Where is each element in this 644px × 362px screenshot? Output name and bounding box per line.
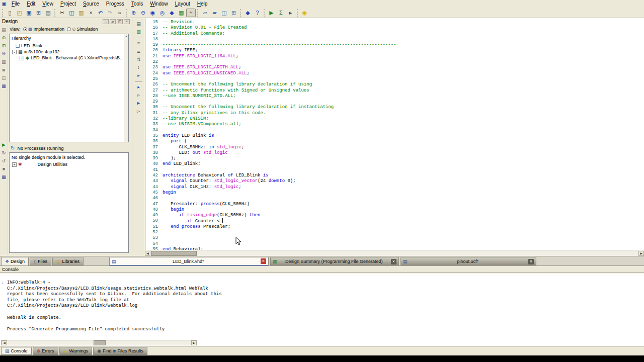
zoom-out-icon[interactable]: ⊖ — [138, 9, 148, 17]
lightbulb-icon[interactable]: ◉ — [300, 9, 309, 17]
scroll-right-icon[interactable]: ▶ — [638, 251, 644, 256]
copy-icon[interactable]: ◫ — [67, 9, 76, 17]
refresh-processes-icon[interactable]: ↻ — [11, 145, 15, 151]
save-icon[interactable]: ▣ — [24, 9, 34, 17]
pan-tool-icon[interactable]: + — [186, 9, 196, 17]
hierarchy-scrollbar[interactable]: ▲ — [124, 34, 128, 142]
scrollbar-thumb[interactable] — [94, 340, 106, 345]
radio-implementation[interactable] — [23, 27, 27, 31]
sort-grouped-icon[interactable]: ≣ — [135, 48, 142, 55]
toolbar-overflow-icon[interactable]: » — [115, 9, 124, 17]
cascade-windows-icon[interactable]: ▰ — [210, 9, 219, 17]
run-icon[interactable]: ▶ — [267, 9, 276, 17]
tree-item[interactable]: ❑LED_Blink — [10, 43, 128, 49]
add-copy-of-source-icon[interactable]: ⊞ — [1, 42, 8, 49]
dock-close-icon[interactable]: × — [124, 19, 130, 24]
close-tab-icon[interactable]: × — [528, 259, 534, 264]
radio-simulation[interactable] — [67, 27, 71, 31]
menu-project[interactable]: Project — [57, 1, 79, 7]
dock-undock-icon[interactable]: ↔ — [103, 19, 109, 24]
redo-icon[interactable]: ↷ — [105, 9, 115, 17]
tab-libraries[interactable]: ◫Libraries — [52, 257, 84, 266]
sort-list-icon[interactable]: ≡ — [135, 40, 142, 47]
goto-symbol-icon[interactable]: ▹ — [135, 92, 142, 99]
tab-errors[interactable]: ⊗Errors — [33, 347, 58, 355]
tree-item[interactable]: -▦xc3s100e-4cp132 — [10, 49, 128, 55]
save-all-icon[interactable]: ⊞ — [34, 9, 43, 17]
expand-collapse-icon[interactable]: ↕ — [135, 64, 142, 71]
tab-console[interactable]: ▤Console — [1, 347, 32, 355]
print-icon[interactable]: ▤ — [43, 9, 53, 17]
design-report-icon[interactable]: ▦ — [177, 9, 186, 17]
settings-wrench-icon[interactable]: ◆ — [167, 9, 177, 17]
tree-expander-icon[interactable]: + — [20, 56, 24, 60]
close-tab-icon[interactable]: × — [261, 258, 266, 264]
tab-design[interactable]: ❖Design — [1, 257, 29, 266]
dock-float-icon[interactable]: ▱ — [110, 19, 116, 24]
tile-horizontal-icon[interactable]: ◫ — [219, 9, 229, 17]
library-view-icon[interactable]: ◫ — [1, 74, 8, 81]
menu-tools[interactable]: Tools — [128, 1, 146, 7]
menu-process[interactable]: Process — [103, 1, 128, 7]
hierarchy-box[interactable]: Hierarchy ❑LED_Blink-▦xc3s100e-4cp132+◆L… — [9, 34, 129, 142]
scroll-right-icon[interactable]: ▶ — [191, 340, 197, 345]
process-properties-icon[interactable]: ▩ — [1, 173, 8, 180]
menu-window[interactable]: Window — [146, 1, 172, 7]
edit-item-icon[interactable]: ▸ — [135, 72, 142, 79]
menu-help[interactable]: Help — [194, 1, 211, 7]
tab-files[interactable]: ▯Files — [30, 257, 51, 266]
menu-view[interactable]: View — [39, 1, 57, 7]
close-tab-icon[interactable]: × — [391, 259, 396, 264]
snapshot-icon[interactable]: ◙ — [1, 66, 8, 73]
menu-source[interactable]: Source — [79, 1, 103, 7]
rerun-all-icon[interactable]: ↺ — [1, 157, 8, 164]
paste-icon[interactable]: ▥ — [76, 9, 86, 17]
delete-icon[interactable]: × — [86, 9, 96, 17]
zoom-in-icon[interactable]: ⊕ — [129, 9, 138, 17]
processes-box[interactable]: No single design module is selected. +✱D… — [9, 152, 129, 253]
new-file-icon[interactable]: ▯ — [5, 9, 15, 17]
zoom-full-icon[interactable]: ◉ — [148, 9, 157, 17]
undo-icon[interactable]: ↶ — [96, 9, 105, 17]
stop-at-icon[interactable]: ▻ — [135, 108, 142, 115]
console-horizontal-scrollbar[interactable]: ◀ ▶ — [1, 340, 197, 345]
context-help-icon[interactable]: ? — [253, 9, 262, 17]
new-window-icon[interactable]: ▱ — [200, 9, 210, 17]
tree-item[interactable]: +◆LED_Blink - Behavioral (C:\.Xilinx\Pro… — [10, 55, 128, 61]
tab-find-in-files-results[interactable]: ◉Find in Files Results — [93, 347, 147, 355]
sum-analyze-icon[interactable]: Σ — [276, 9, 286, 17]
rerun-process-icon[interactable]: ↻ — [1, 149, 8, 156]
view-option-simulation[interactable]: ⊙Simulation — [67, 27, 98, 32]
add-source-icon[interactable]: ⊕ — [1, 34, 8, 41]
goto-source-icon[interactable]: ▸ — [135, 83, 142, 90]
tree-expander-icon[interactable]: - — [12, 50, 17, 54]
tree-expander-icon[interactable]: + — [12, 162, 17, 167]
scroll-left-icon[interactable]: ◀ — [2, 340, 7, 345]
show-errors-list-icon[interactable]: ▥ — [135, 28, 142, 35]
show-console-output-icon[interactable]: ▤ — [135, 20, 142, 27]
cut-icon[interactable]: ✂ — [57, 9, 67, 17]
stop-process-icon[interactable]: ■ — [1, 165, 8, 172]
tree-item[interactable]: +✱Design Utilities — [10, 161, 128, 167]
tile-vertical-icon[interactable]: ⊞ — [229, 9, 238, 17]
document-tab-1[interactable]: ▤LED_Blink.vhd*× — [109, 257, 269, 266]
view-source-icon[interactable]: ▥ — [1, 58, 8, 65]
preferences-wrench-icon[interactable]: ◆ — [243, 9, 253, 17]
zoom-selection-icon[interactable]: ◎ — [157, 9, 167, 17]
run-process-icon[interactable]: ▶ — [1, 141, 8, 148]
new-source-icon[interactable]: ▤ — [1, 26, 8, 33]
scroll-left-icon[interactable]: ◀ — [145, 251, 150, 256]
reorder-icon[interactable]: ⇅ — [135, 56, 142, 63]
document-tab-3[interactable]: ▤pinout.ucf*× — [400, 257, 536, 266]
hierarchy-view-icon[interactable]: ※ — [1, 50, 8, 57]
document-tab-2[interactable]: ▦Design Summary (Programming File Genera… — [270, 257, 399, 266]
tab-warnings[interactable]: ▲Warnings — [59, 347, 93, 355]
menu-edit[interactable]: Edit — [23, 1, 39, 7]
design-objects-icon[interactable]: ▦ — [1, 82, 8, 89]
view-option-implementation[interactable]: ▦Implementation — [23, 27, 64, 32]
open-file-icon[interactable]: ◰ — [15, 9, 24, 17]
editor-horizontal-scrollbar[interactable]: ◀ ▶ — [145, 250, 644, 256]
scrollbar-thumb[interactable] — [151, 251, 197, 256]
code-editor[interactable]: 15-- Revision:16-- Revision 0.01 - File … — [145, 18, 644, 250]
menu-file[interactable]: File — [8, 1, 23, 7]
